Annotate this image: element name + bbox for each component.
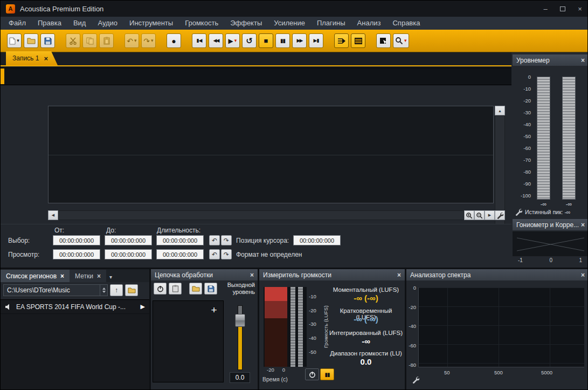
chain-power-button[interactable] <box>154 283 167 295</box>
rewind-icon: ◀◀ <box>213 38 219 43</box>
horizontal-zoom-in-button[interactable] <box>464 210 474 220</box>
preview-play-icon[interactable]: ▶ <box>141 303 145 310</box>
panel-close-icon[interactable]: × <box>581 271 585 279</box>
scroll-up-button[interactable]: ▲ <box>495 106 505 115</box>
chain-save-button[interactable] <box>204 283 217 295</box>
scale-label: -10 <box>523 86 531 92</box>
skip-start-button[interactable]: ▮◀ <box>192 33 206 48</box>
undo-icon: ↶ <box>127 37 133 45</box>
view-undo-button[interactable]: ↶ <box>209 249 220 259</box>
selection-from-field[interactable] <box>53 235 100 245</box>
folder-up-button[interactable]: ↑ <box>110 284 123 296</box>
scroll-left-button[interactable]: ◀ <box>48 210 58 220</box>
open-button[interactable] <box>24 33 38 48</box>
scroll-right-button[interactable]: ▶ <box>485 210 495 220</box>
record-button[interactable]: ● <box>167 33 181 48</box>
browse-folder-button[interactable] <box>125 284 138 296</box>
scale-label: 500 <box>494 370 503 375</box>
tab-record-1[interactable]: Запись 1 × <box>6 51 58 65</box>
zoom-tool-button[interactable]: ▾ <box>393 33 409 48</box>
waveform-display[interactable] <box>48 106 494 203</box>
waveform-overview-strip[interactable] <box>1 67 511 85</box>
selection-undo-button[interactable]: ↶ <box>209 235 220 245</box>
tab-region-list[interactable]: Список регионов × <box>1 270 70 282</box>
wrench-icon[interactable] <box>412 376 419 384</box>
wrench-icon <box>496 212 503 219</box>
list-item[interactable]: EA SPORTS 2014 FIFA World Cup -... ▶ <box>1 300 149 314</box>
panel-close-icon[interactable]: × <box>581 57 585 64</box>
menu-item-audio[interactable]: Аудио <box>92 17 123 30</box>
chain-toolbar: Выходной уровень <box>151 280 258 297</box>
view-settings-button[interactable] <box>495 210 505 220</box>
output-level-slider-handle[interactable] <box>235 314 245 327</box>
redo-button[interactable]: ↷ ▾ <box>141 33 156 48</box>
scale-label: -80 <box>409 362 416 368</box>
tab-overflow-dropdown-icon[interactable]: ▾ <box>109 274 112 282</box>
chain-open-button[interactable] <box>189 283 202 295</box>
pause-button[interactable]: ▮▮ <box>275 33 290 48</box>
scale-label: -60 <box>523 146 531 151</box>
cursor-position-label: Позиция курсора: <box>236 237 289 244</box>
paste-button[interactable] <box>99 33 114 48</box>
horizontal-scroll-track[interactable] <box>58 210 464 220</box>
wrench-icon[interactable] <box>515 208 522 216</box>
menu-item-gain[interactable]: Усиление <box>268 17 311 30</box>
menu-item-edit[interactable]: Правка <box>32 17 67 30</box>
path-combobox[interactable]: C:\Users\DTore\Music <box>3 284 108 296</box>
selection-tool-button[interactable] <box>376 33 391 48</box>
chain-paste-button[interactable] <box>169 283 182 295</box>
short-term-value: -∞ (-∞) <box>329 314 403 324</box>
minimize-button[interactable]: – <box>537 1 554 17</box>
menu-item-analysis[interactable]: Анализ <box>351 17 387 30</box>
loudness-red-zone <box>265 287 287 367</box>
cursor-position-field[interactable] <box>293 235 341 245</box>
menu-item-help[interactable]: Справка <box>386 17 426 30</box>
combo-spinner-icon[interactable] <box>100 285 107 296</box>
scale-label: 0 <box>528 74 531 80</box>
view-from-field[interactable] <box>53 249 100 259</box>
menu-item-file[interactable]: Файл <box>3 17 32 30</box>
selection-redo-button[interactable]: ↷ <box>221 235 232 245</box>
chain-list-area[interactable]: + <box>153 300 224 382</box>
scrub-tool-button[interactable] <box>334 33 349 48</box>
loudness-meter-title: Измеритель громкости <box>263 271 331 279</box>
close-button[interactable]: × <box>571 1 588 17</box>
selection-to-field[interactable] <box>105 235 152 245</box>
stop-button[interactable]: ■ <box>259 33 273 48</box>
menu-item-effects[interactable]: Эффекты <box>224 17 268 30</box>
new-file-button[interactable]: ▾ <box>7 33 22 48</box>
panel-close-icon[interactable]: × <box>581 221 585 229</box>
loudness-reset-button[interactable] <box>305 368 319 380</box>
selection-duration-field[interactable] <box>156 235 204 245</box>
tab-close-icon[interactable]: × <box>97 272 101 280</box>
menu-item-tools[interactable]: Инструменты <box>123 17 179 30</box>
fast-forward-button[interactable]: ▶▶ <box>292 33 307 48</box>
view-to-field[interactable] <box>105 249 152 259</box>
play-button[interactable]: ▶ ▾ <box>225 33 240 48</box>
menu-item-volume[interactable]: Громкость <box>179 17 224 30</box>
copy-button[interactable] <box>82 33 97 48</box>
undo-button[interactable]: ↶ ▾ <box>124 33 139 48</box>
tab-marks[interactable]: Метки × <box>70 270 106 282</box>
playhead-marker[interactable] <box>1 69 4 84</box>
panel-close-icon[interactable]: × <box>397 271 401 279</box>
cut-button[interactable] <box>66 33 80 48</box>
scale-label: -20 <box>409 305 416 310</box>
loudness-pause-button[interactable]: ▮▮ <box>320 368 334 380</box>
tab-close-icon[interactable]: × <box>44 54 48 63</box>
menu-item-plugins[interactable]: Плагины <box>311 17 351 30</box>
horizontal-zoom-out-button[interactable] <box>474 210 485 220</box>
maximize-button[interactable] <box>554 1 571 17</box>
layers-tool-button[interactable] <box>351 33 365 48</box>
save-button[interactable] <box>40 33 55 48</box>
rewind-button[interactable]: ◀◀ <box>209 33 223 48</box>
tab-close-icon[interactable]: × <box>60 272 64 280</box>
panel-close-icon[interactable]: × <box>250 271 254 279</box>
view-duration-field[interactable] <box>156 249 204 259</box>
loop-button[interactable]: ↺ <box>242 33 257 48</box>
skip-end-button[interactable]: ▶▮ <box>309 33 323 48</box>
view-redo-button[interactable]: ↷ <box>221 249 232 259</box>
menu-item-view[interactable]: Вид <box>67 17 92 30</box>
add-effect-button[interactable]: + <box>208 304 220 316</box>
scrub-icon <box>337 37 346 45</box>
